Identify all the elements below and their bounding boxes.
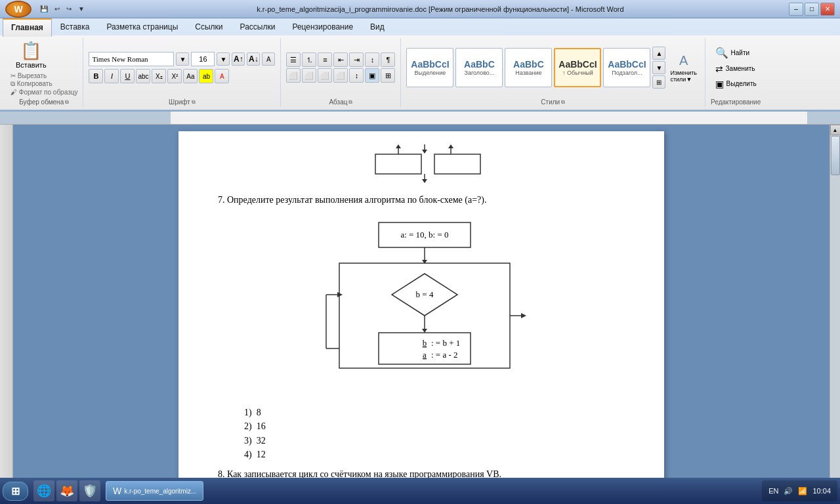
save-quick-btn[interactable]: 💾 bbox=[38, 4, 50, 14]
bold-button[interactable]: B bbox=[89, 69, 103, 83]
select-button[interactable]: ▣ Выделить bbox=[711, 77, 761, 91]
numbered-list-btn[interactable]: ⒈ bbox=[302, 52, 316, 67]
strikethrough-btn[interactable]: abc bbox=[136, 69, 150, 83]
copy-button[interactable]: ⧉ Копировать bbox=[10, 80, 77, 88]
style-subtitle[interactable]: AaBbCcI Подзагол... bbox=[603, 48, 650, 87]
ribbon: Главная Вставка Разметка страницы Ссылки… bbox=[0, 18, 840, 112]
lang-indicator[interactable]: EN bbox=[768, 487, 778, 495]
style-normal-label: ↑ Обычный bbox=[562, 70, 593, 76]
vertical-ruler bbox=[0, 125, 13, 504]
minimize-btn[interactable]: – bbox=[789, 3, 803, 16]
style-title-preview: AaBbC bbox=[513, 59, 544, 70]
redo-quick-btn[interactable]: ↪ bbox=[64, 4, 74, 14]
word-icon: W bbox=[113, 486, 121, 496]
tab-view[interactable]: Вид bbox=[362, 18, 393, 35]
align-right-btn[interactable]: ⬜ bbox=[318, 68, 332, 83]
decrease-font-btn[interactable]: A↓ bbox=[247, 52, 260, 66]
tab-insert[interactable]: Вставка bbox=[52, 18, 98, 35]
question7-text: 7. Определите результат выполнения алгор… bbox=[218, 194, 631, 207]
scroll-thumb[interactable] bbox=[831, 136, 840, 175]
styles-scroll: ▲ ▼ ⊞ bbox=[652, 47, 665, 89]
taskbar-antivirus-icon[interactable]: 🛡️ bbox=[79, 480, 100, 501]
paragraph-expand-icon[interactable]: ⧉ bbox=[348, 99, 352, 106]
office-button[interactable]: W bbox=[5, 1, 32, 18]
answer-1: 1) 8 bbox=[244, 406, 631, 419]
justify-btn[interactable]: ⬜ bbox=[333, 68, 348, 83]
font-expand-icon[interactable]: ⧉ bbox=[192, 99, 196, 106]
maximize-btn[interactable]: □ bbox=[805, 3, 819, 16]
editing-group: 🔍 Найти ⇄ Заменить ▣ Выделить Редактиров… bbox=[705, 38, 766, 107]
cut-button[interactable]: ✂ Вырезать bbox=[10, 72, 77, 79]
select-label: Выделить bbox=[726, 80, 757, 87]
clipboard-expand-icon[interactable]: ⧉ bbox=[65, 99, 69, 106]
styles-expand-icon[interactable]: ⧉ bbox=[561, 99, 565, 106]
undo-quick-btn[interactable]: ↩ bbox=[52, 4, 62, 14]
font-selector-row: Times New Roman ▼ 16 ▼ A↑ A↓ A bbox=[89, 52, 275, 66]
paste-button[interactable]: 📋 Вставить bbox=[10, 39, 52, 70]
tab-review[interactable]: Рецензирование bbox=[284, 18, 362, 35]
taskbar-word-item[interactable]: W k.r-po_teme_algoritmiz... bbox=[106, 481, 203, 501]
start-button[interactable]: ⊞ bbox=[3, 482, 28, 501]
increase-indent-btn[interactable]: ⇥ bbox=[349, 52, 364, 67]
taskbar-firefox-icon[interactable]: 🦊 bbox=[56, 480, 77, 501]
font-color-btn[interactable]: A bbox=[215, 69, 229, 83]
style-title[interactable]: AaBbC Название bbox=[505, 48, 552, 87]
font-name-input[interactable]: Times New Roman bbox=[89, 52, 174, 66]
text-align-row: ⬜ ⬜ ⬜ ⬜ ↕ ▣ ⊞ bbox=[286, 68, 395, 83]
text-case-btn[interactable]: Aa bbox=[183, 69, 198, 83]
italic-button[interactable]: I bbox=[104, 69, 119, 83]
top-flowchart-partial bbox=[218, 144, 631, 184]
superscript-btn[interactable]: X² bbox=[167, 69, 182, 83]
change-styles-label[interactable]: Изменитьстили▼ bbox=[670, 70, 697, 83]
clear-format-btn[interactable]: A bbox=[262, 52, 275, 66]
flowchart-q7: a: = 10, b: = 0 b = 4 bbox=[218, 216, 631, 400]
align-center-btn[interactable]: ⬜ bbox=[302, 68, 316, 83]
style-heading[interactable]: AaBbC Заголово... bbox=[455, 48, 503, 87]
close-btn[interactable]: ✕ bbox=[820, 3, 835, 16]
style-selection[interactable]: AaBbCcI Выделение bbox=[406, 48, 453, 87]
style-subtitle-preview: AaBbCcI bbox=[608, 59, 646, 70]
answer-4: 4) 12 bbox=[244, 448, 631, 461]
align-left-btn[interactable]: ⬜ bbox=[286, 68, 301, 83]
line-spacing-btn[interactable]: ↕ bbox=[349, 68, 364, 83]
document-page[interactable]: 7. Определите результат выполнения алгор… bbox=[178, 131, 664, 504]
highlight-btn[interactable]: ab bbox=[199, 69, 213, 83]
underline-button[interactable]: U bbox=[120, 69, 135, 83]
styles-scroll-up[interactable]: ▲ bbox=[652, 47, 665, 60]
increase-font-btn[interactable]: A↑ bbox=[232, 52, 245, 66]
bullet-list-btn[interactable]: ☰ bbox=[286, 52, 301, 67]
scroll-up-btn[interactable]: ▲ bbox=[830, 125, 841, 135]
replace-button[interactable]: ⇄ Заменить bbox=[711, 62, 759, 75]
format-painter-button[interactable]: 🖌 Формат по образцу bbox=[10, 89, 77, 96]
scroll-track[interactable] bbox=[830, 135, 841, 499]
vertical-scrollbar[interactable]: ▲ ▼ ⊡ bbox=[830, 125, 840, 504]
tab-mailings[interactable]: Рассылки bbox=[232, 18, 284, 35]
sort-btn[interactable]: ↕ bbox=[365, 52, 379, 67]
multilevel-list-btn[interactable]: ≡ bbox=[318, 52, 332, 67]
styles-scroll-down[interactable]: ▼ bbox=[652, 61, 665, 74]
styles-more[interactable]: ⊞ bbox=[652, 75, 665, 89]
customize-quick-btn[interactable]: ▼ bbox=[76, 4, 87, 14]
style-normal[interactable]: AaBbCcI ↑ Обычный bbox=[554, 48, 601, 87]
answer-3: 3) 32 bbox=[244, 434, 631, 448]
font-size-dropdown[interactable]: ▼ bbox=[217, 52, 230, 66]
tab-page-layout[interactable]: Разметка страницы bbox=[98, 18, 186, 35]
show-marks-btn[interactable]: ¶ bbox=[381, 52, 395, 67]
svg-marker-1 bbox=[422, 150, 427, 154]
replace-label: Заменить bbox=[726, 65, 755, 72]
find-button[interactable]: 🔍 Найти bbox=[711, 45, 754, 60]
subscript-btn[interactable]: X₂ bbox=[152, 69, 166, 83]
taskbar-ie-icon[interactable]: 🌐 bbox=[33, 480, 54, 501]
document-area[interactable]: 7. Определите результат выполнения алгор… bbox=[13, 125, 830, 504]
tab-home[interactable]: Главная bbox=[3, 18, 52, 37]
svg-rect-6 bbox=[375, 154, 421, 174]
border-btn[interactable]: ⊞ bbox=[381, 68, 395, 83]
window-controls: – □ ✕ bbox=[789, 3, 835, 16]
decrease-indent-btn[interactable]: ⇤ bbox=[333, 52, 348, 67]
font-size-input[interactable]: 16 bbox=[191, 52, 215, 66]
shading-btn[interactable]: ▣ bbox=[365, 68, 379, 83]
system-tray: EN 🔊 📶 10:04 bbox=[762, 480, 837, 501]
font-name-dropdown[interactable]: ▼ bbox=[176, 52, 189, 66]
style-normal-preview: AaBbCcI bbox=[558, 59, 597, 70]
tab-references[interactable]: Ссылки bbox=[186, 18, 231, 35]
